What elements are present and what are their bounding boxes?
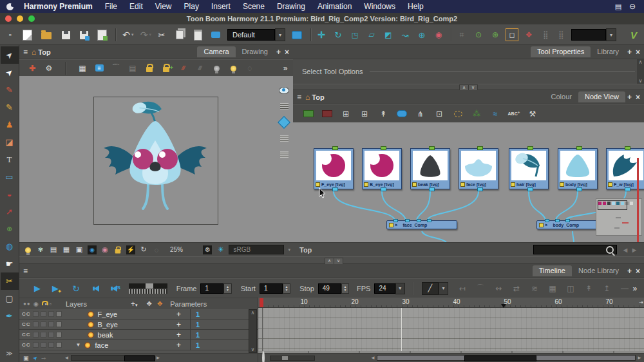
data-view-icon[interactable]: ▣: [23, 355, 29, 361]
composite-face[interactable]: ▸ face_Comp: [386, 220, 457, 229]
skew-tool-button[interactable]: ▱: [366, 30, 377, 40]
outline-view-icon[interactable]: [279, 149, 289, 160]
light-table-dim-icon[interactable]: [211, 63, 222, 73]
horizontal-splitter[interactable]: ∧ ∨: [293, 84, 644, 90]
tool-preset-select[interactable]: [571, 29, 606, 41]
menu-help[interactable]: Help: [408, 2, 424, 11]
search-next-button[interactable]: ►: [630, 245, 639, 254]
tool-properties-scrollbar[interactable]: ∧∨: [637, 59, 644, 84]
workspace-select-arrow[interactable]: ▾: [275, 28, 285, 41]
render-play-button[interactable]: ▶✦: [50, 283, 61, 294]
show-selection-controls-button[interactable]: ◻: [506, 28, 518, 41]
sound-scrub-button[interactable]: S: [109, 283, 120, 294]
hscroll-left-button[interactable]: ◄: [64, 355, 70, 361]
menu-windows[interactable]: Windows: [364, 2, 395, 11]
curve-deform-tool-button[interactable]: ↝: [400, 30, 410, 40]
redo-button[interactable]: ↷: [139, 30, 149, 40]
expand-parameters-button[interactable]: +: [176, 310, 181, 319]
scale-tool-button[interactable]: ◳: [350, 30, 360, 40]
colorspace-select-arrow[interactable]: ▾: [288, 247, 290, 252]
copy-button[interactable]: [175, 30, 185, 40]
add-view-button[interactable]: +: [276, 48, 281, 57]
layer-row-f-eye[interactable]: CC F_eye + 1: [19, 309, 258, 319]
rename-node-icon[interactable]: ABC⁺: [509, 109, 519, 119]
new-scene-button[interactable]: [22, 30, 32, 40]
add-drawing-icon[interactable]: ✚: [27, 63, 37, 73]
expand-parameters-button[interactable]: +: [176, 320, 181, 329]
tool-preset-select-arrow[interactable]: ▾: [606, 28, 616, 41]
paint-tool[interactable]: ◒: [1, 186, 19, 203]
tab-library[interactable]: Library: [591, 46, 625, 57]
marker-icon[interactable]: —: [620, 283, 630, 294]
tab-camera[interactable]: Camera: [197, 46, 235, 57]
spread-node-icon[interactable]: ↟: [378, 109, 388, 119]
lock-icon[interactable]: [144, 63, 155, 73]
stop-spinner[interactable]: ▲▼: [341, 283, 349, 294]
onion-skin-icon[interactable]: ✾: [36, 245, 45, 254]
paste-button[interactable]: [193, 30, 203, 40]
tab-colour[interactable]: Colour: [545, 91, 578, 102]
apple-menu-icon[interactable]: [6, 3, 14, 10]
add-peg-button[interactable]: ✥: [157, 300, 162, 307]
stop-motion-keyframe-icon[interactable]: ⇄: [511, 283, 522, 294]
show-control-points-icon[interactable]: ⊛: [490, 30, 500, 40]
menu-play[interactable]: Play: [184, 2, 199, 11]
zoom-level-value[interactable]: 25%: [170, 246, 183, 253]
cutter-tool[interactable]: ✂: [1, 272, 19, 290]
play-button[interactable]: ▶: [32, 283, 43, 294]
close-view-button[interactable]: ×: [636, 48, 640, 57]
menu-file[interactable]: File: [105, 2, 117, 11]
add-view-button[interactable]: +: [627, 267, 632, 276]
add-peg-icon[interactable]: ⊞: [359, 109, 370, 119]
close-view-button[interactable]: ×: [636, 267, 640, 276]
remove-keyframe-icon[interactable]: ⌒: [475, 283, 486, 294]
backdrop-icon[interactable]: [397, 109, 407, 119]
node-b-eye[interactable]: B_eye [tvg]: [362, 148, 402, 189]
render-preview-toggle[interactable]: ⚡: [126, 245, 135, 254]
panel-menu-icon[interactable]: ≡: [23, 267, 28, 276]
collapse-track-icon[interactable]: ◫: [565, 283, 576, 294]
expand-children-arrow[interactable]: ▼: [76, 342, 81, 348]
rig-tool-icon[interactable]: ⌗: [457, 30, 467, 40]
volume-slider[interactable]: [129, 283, 167, 294]
stamp-tool[interactable]: ♟: [1, 116, 19, 133]
tab-drawing[interactable]: Drawing: [236, 46, 274, 57]
transform-tool[interactable]: ➤: [1, 46, 19, 64]
save-all-button[interactable]: [79, 30, 89, 40]
pencil-tool[interactable]: ✎: [1, 99, 19, 116]
add-node-icon[interactable]: ⊞: [341, 109, 351, 119]
layer-row-b-eye[interactable]: CC B_eye + 1: [19, 319, 258, 330]
show-hide-eye-icon[interactable]: [279, 85, 289, 95]
matte-view-icon[interactable]: ◉: [100, 245, 109, 254]
frames-hscrollbar[interactable]: [377, 355, 636, 361]
onion-skin-next-icon[interactable]: ⣿: [556, 30, 566, 40]
unlock-add-icon[interactable]: [161, 63, 171, 73]
add-view-button[interactable]: +: [627, 93, 632, 102]
light-table-icon[interactable]: [228, 63, 238, 73]
pliers-icon[interactable]: ⚒: [527, 109, 538, 119]
add-layer-button[interactable]: +▾: [131, 300, 138, 309]
toon-boom-validate-icon[interactable]: V: [629, 30, 639, 40]
sound-track-icon[interactable]: ↥: [601, 283, 612, 294]
ease-type-button[interactable]: ╱: [422, 282, 439, 295]
insert-control-point-icon[interactable]: ⊙: [473, 30, 484, 40]
motion-point-icon[interactable]: ◉: [433, 30, 444, 40]
layer-row-face[interactable]: CC ▼ face + 1: [19, 340, 258, 350]
minimap-viewport[interactable]: [598, 200, 627, 210]
node-f-eye[interactable]: F_eye [tvg]: [314, 148, 354, 189]
dynamic-spring-icon[interactable]: ≈: [490, 109, 500, 119]
manage-workspaces-icon[interactable]: [292, 30, 302, 40]
menu-drawing[interactable]: Drawing: [277, 2, 305, 11]
sidebar-more-tools-button[interactable]: ≫: [1, 345, 19, 362]
frame-spinner[interactable]: ▲▼: [223, 283, 231, 294]
expand-track-icon[interactable]: ▦: [547, 283, 558, 294]
rotate-view-tool[interactable]: ◍: [1, 238, 19, 255]
menu-animation[interactable]: Animation: [317, 2, 352, 11]
depth-view-icon[interactable]: [279, 133, 289, 144]
cut-button[interactable]: ✂: [156, 30, 167, 40]
brush-tool[interactable]: ✎: [1, 81, 19, 99]
centre-marker-tool[interactable]: ⊕: [1, 220, 19, 238]
grid-status-icon[interactable]: ▦: [62, 245, 71, 254]
dropper-tool[interactable]: ➚: [1, 203, 19, 220]
eraser-tool[interactable]: ◪: [1, 133, 19, 151]
